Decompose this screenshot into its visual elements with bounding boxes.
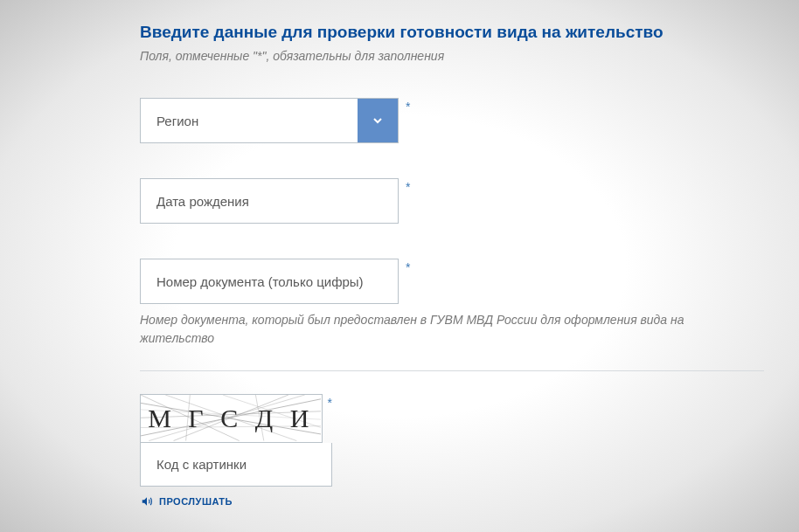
required-asterisk: *	[406, 100, 410, 114]
form-container: Введите данные для проверки готовности в…	[0, 0, 799, 508]
region-placeholder: Регион	[141, 99, 358, 142]
required-asterisk: *	[406, 260, 410, 274]
required-asterisk: *	[328, 396, 332, 410]
divider	[140, 370, 764, 371]
required-hint: Поля, отмеченные "*", обязательны для за…	[140, 49, 764, 63]
captcha-block: М Г С Д И * ПРОСЛУШАТЬ	[140, 394, 332, 508]
birthdate-field-row: *	[140, 178, 764, 224]
region-field-row: Регион *	[140, 98, 764, 143]
docnumber-description: Номер документа, который был предоставле…	[140, 311, 752, 348]
listen-link[interactable]: ПРОСЛУШАТЬ	[140, 495, 332, 508]
docnumber-input[interactable]	[140, 259, 399, 304]
captcha-text: М Г С Д И	[148, 404, 314, 433]
required-asterisk: *	[406, 180, 410, 194]
docnumber-field-row: *	[140, 259, 764, 304]
listen-label: ПРОСЛУШАТЬ	[159, 496, 233, 507]
captcha-input[interactable]	[140, 443, 332, 487]
page-title: Введите данные для проверки готовности в…	[140, 23, 764, 42]
chevron-down-icon	[358, 99, 398, 142]
captcha-image: М Г С Д И	[140, 394, 323, 443]
region-select[interactable]: Регион	[140, 98, 399, 143]
speaker-icon	[140, 495, 154, 508]
birthdate-input[interactable]	[140, 178, 399, 224]
